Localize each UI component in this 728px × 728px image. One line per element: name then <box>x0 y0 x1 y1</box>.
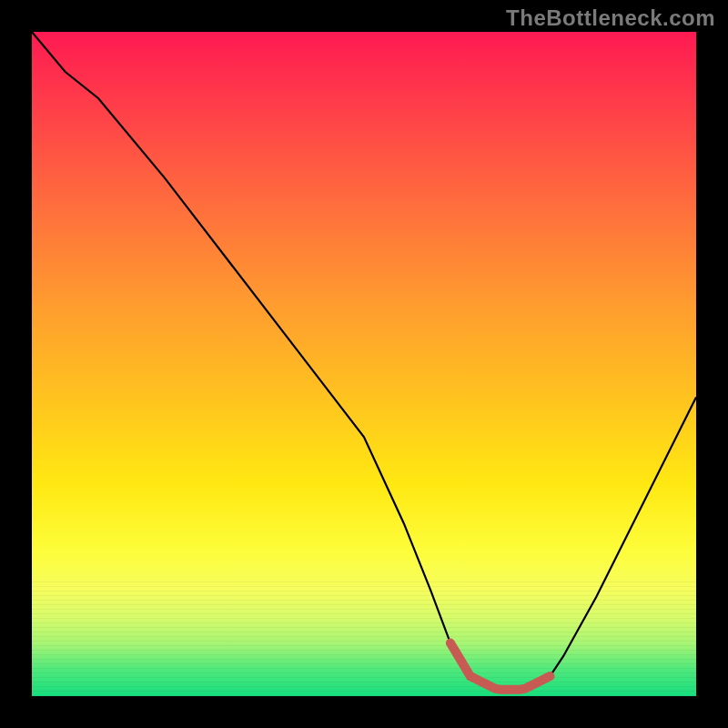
watermark-text: TheBottleneck.com <box>506 5 715 31</box>
curve-layer <box>32 32 696 696</box>
chart-frame: TheBottleneck.com <box>0 0 728 728</box>
plot-area <box>32 32 696 696</box>
bottleneck-curve-path <box>32 32 696 690</box>
highlight-band-path <box>450 643 551 690</box>
